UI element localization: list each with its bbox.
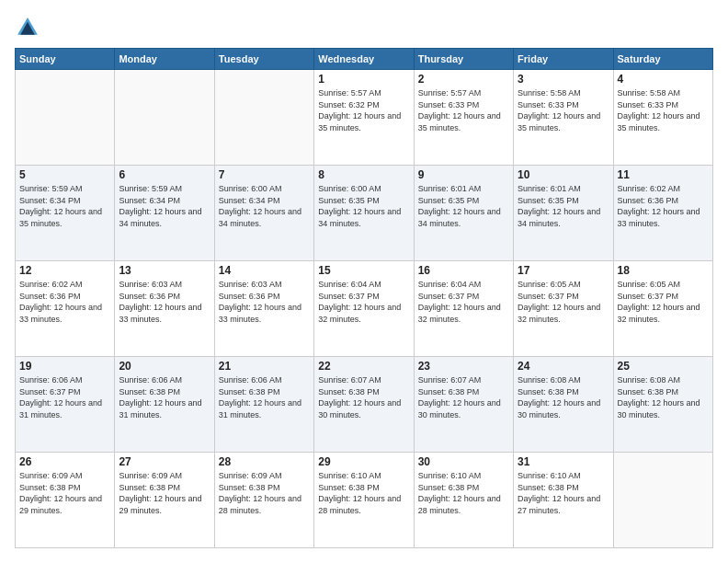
calendar-cell: 9Sunrise: 6:01 AM Sunset: 6:35 PM Daylig… <box>414 166 513 261</box>
calendar-cell: 27Sunrise: 6:09 AM Sunset: 6:38 PM Dayli… <box>115 453 214 548</box>
day-number: 24 <box>518 360 609 373</box>
calendar-cell <box>115 70 214 166</box>
day-number: 28 <box>219 455 310 468</box>
day-number: 9 <box>418 168 509 181</box>
day-number: 30 <box>418 455 509 468</box>
day-number: 18 <box>618 264 709 277</box>
day-info: Sunrise: 6:09 AM Sunset: 6:38 PM Dayligh… <box>119 470 210 516</box>
day-info: Sunrise: 5:59 AM Sunset: 6:34 PM Dayligh… <box>119 183 210 229</box>
calendar-cell: 26Sunrise: 6:09 AM Sunset: 6:38 PM Dayli… <box>16 453 115 548</box>
day-info: Sunrise: 6:10 AM Sunset: 6:38 PM Dayligh… <box>518 470 609 516</box>
day-number: 23 <box>418 360 509 373</box>
day-number: 1 <box>318 73 409 86</box>
day-info: Sunrise: 5:58 AM Sunset: 6:33 PM Dayligh… <box>618 87 709 133</box>
weekday-header-saturday: Saturday <box>613 49 712 70</box>
calendar-cell: 31Sunrise: 6:10 AM Sunset: 6:38 PM Dayli… <box>514 453 613 548</box>
calendar-cell <box>214 70 313 166</box>
header <box>15 15 713 40</box>
day-number: 8 <box>318 168 409 181</box>
day-info: Sunrise: 5:58 AM Sunset: 6:33 PM Dayligh… <box>518 87 609 133</box>
page: SundayMondayTuesdayWednesdayThursdayFrid… <box>0 0 728 563</box>
day-number: 15 <box>318 264 409 277</box>
calendar-cell: 3Sunrise: 5:58 AM Sunset: 6:33 PM Daylig… <box>514 70 613 166</box>
day-info: Sunrise: 6:03 AM Sunset: 6:36 PM Dayligh… <box>219 279 310 325</box>
day-number: 6 <box>119 168 210 181</box>
day-info: Sunrise: 6:10 AM Sunset: 6:38 PM Dayligh… <box>418 470 509 516</box>
day-number: 4 <box>618 73 709 86</box>
day-number: 21 <box>219 360 310 373</box>
calendar-cell: 16Sunrise: 6:04 AM Sunset: 6:37 PM Dayli… <box>414 261 513 357</box>
calendar-cell: 24Sunrise: 6:08 AM Sunset: 6:38 PM Dayli… <box>514 357 613 453</box>
calendar-cell <box>613 453 712 548</box>
day-info: Sunrise: 6:04 AM Sunset: 6:37 PM Dayligh… <box>318 279 409 325</box>
calendar-cell <box>16 70 115 166</box>
weekday-header-thursday: Thursday <box>414 49 513 70</box>
day-info: Sunrise: 6:10 AM Sunset: 6:38 PM Dayligh… <box>318 470 409 516</box>
day-info: Sunrise: 6:05 AM Sunset: 6:37 PM Dayligh… <box>618 279 709 325</box>
calendar-cell: 12Sunrise: 6:02 AM Sunset: 6:36 PM Dayli… <box>16 261 115 357</box>
weekday-header-tuesday: Tuesday <box>214 49 313 70</box>
day-info: Sunrise: 6:01 AM Sunset: 6:35 PM Dayligh… <box>418 183 509 229</box>
day-info: Sunrise: 6:08 AM Sunset: 6:38 PM Dayligh… <box>618 374 709 420</box>
day-info: Sunrise: 6:01 AM Sunset: 6:35 PM Dayligh… <box>518 183 609 229</box>
calendar-cell: 10Sunrise: 6:01 AM Sunset: 6:35 PM Dayli… <box>514 166 613 261</box>
weekday-header-sunday: Sunday <box>16 49 115 70</box>
day-number: 25 <box>618 360 709 373</box>
calendar-cell: 6Sunrise: 5:59 AM Sunset: 6:34 PM Daylig… <box>115 166 214 261</box>
calendar-cell: 11Sunrise: 6:02 AM Sunset: 6:36 PM Dayli… <box>613 166 712 261</box>
week-row-1: 1Sunrise: 5:57 AM Sunset: 6:32 PM Daylig… <box>16 70 713 166</box>
day-info: Sunrise: 6:02 AM Sunset: 6:36 PM Dayligh… <box>19 279 110 325</box>
day-info: Sunrise: 5:59 AM Sunset: 6:34 PM Dayligh… <box>19 183 110 229</box>
day-number: 2 <box>418 73 509 86</box>
day-number: 14 <box>219 264 310 277</box>
calendar-cell: 29Sunrise: 6:10 AM Sunset: 6:38 PM Dayli… <box>314 453 414 548</box>
day-number: 22 <box>318 360 409 373</box>
calendar-cell: 5Sunrise: 5:59 AM Sunset: 6:34 PM Daylig… <box>16 166 115 261</box>
day-info: Sunrise: 6:04 AM Sunset: 6:37 PM Dayligh… <box>418 279 509 325</box>
day-number: 5 <box>19 168 110 181</box>
weekday-header-monday: Monday <box>115 49 214 70</box>
calendar-cell: 4Sunrise: 5:58 AM Sunset: 6:33 PM Daylig… <box>613 70 712 166</box>
day-info: Sunrise: 5:57 AM Sunset: 6:32 PM Dayligh… <box>318 87 409 133</box>
day-info: Sunrise: 5:57 AM Sunset: 6:33 PM Dayligh… <box>418 87 509 133</box>
calendar-cell: 19Sunrise: 6:06 AM Sunset: 6:37 PM Dayli… <box>16 357 115 453</box>
logo-icon <box>15 15 40 40</box>
calendar-cell: 8Sunrise: 6:00 AM Sunset: 6:35 PM Daylig… <box>314 166 414 261</box>
day-info: Sunrise: 6:05 AM Sunset: 6:37 PM Dayligh… <box>518 279 609 325</box>
day-number: 13 <box>119 264 210 277</box>
day-number: 7 <box>219 168 310 181</box>
week-row-2: 5Sunrise: 5:59 AM Sunset: 6:34 PM Daylig… <box>16 166 713 261</box>
day-info: Sunrise: 6:09 AM Sunset: 6:38 PM Dayligh… <box>19 470 110 516</box>
day-info: Sunrise: 6:06 AM Sunset: 6:38 PM Dayligh… <box>119 374 210 420</box>
calendar-cell: 30Sunrise: 6:10 AM Sunset: 6:38 PM Dayli… <box>414 453 513 548</box>
logo <box>15 15 44 40</box>
day-number: 11 <box>618 168 709 181</box>
calendar-cell: 20Sunrise: 6:06 AM Sunset: 6:38 PM Dayli… <box>115 357 214 453</box>
calendar-cell: 13Sunrise: 6:03 AM Sunset: 6:36 PM Dayli… <box>115 261 214 357</box>
day-number: 19 <box>19 360 110 373</box>
week-row-3: 12Sunrise: 6:02 AM Sunset: 6:36 PM Dayli… <box>16 261 713 357</box>
calendar: SundayMondayTuesdayWednesdayThursdayFrid… <box>15 48 713 548</box>
day-number: 20 <box>119 360 210 373</box>
weekday-header-row: SundayMondayTuesdayWednesdayThursdayFrid… <box>16 49 713 70</box>
day-info: Sunrise: 6:09 AM Sunset: 6:38 PM Dayligh… <box>219 470 310 516</box>
day-number: 29 <box>318 455 409 468</box>
calendar-cell: 25Sunrise: 6:08 AM Sunset: 6:38 PM Dayli… <box>613 357 712 453</box>
calendar-cell: 2Sunrise: 5:57 AM Sunset: 6:33 PM Daylig… <box>414 70 513 166</box>
weekday-header-friday: Friday <box>514 49 613 70</box>
calendar-cell: 21Sunrise: 6:06 AM Sunset: 6:38 PM Dayli… <box>214 357 313 453</box>
calendar-cell: 17Sunrise: 6:05 AM Sunset: 6:37 PM Dayli… <box>514 261 613 357</box>
calendar-cell: 23Sunrise: 6:07 AM Sunset: 6:38 PM Dayli… <box>414 357 513 453</box>
day-number: 3 <box>518 73 609 86</box>
calendar-cell: 18Sunrise: 6:05 AM Sunset: 6:37 PM Dayli… <box>613 261 712 357</box>
calendar-cell: 15Sunrise: 6:04 AM Sunset: 6:37 PM Dayli… <box>314 261 414 357</box>
day-info: Sunrise: 6:08 AM Sunset: 6:38 PM Dayligh… <box>518 374 609 420</box>
day-info: Sunrise: 6:06 AM Sunset: 6:38 PM Dayligh… <box>219 374 310 420</box>
day-number: 17 <box>518 264 609 277</box>
day-info: Sunrise: 6:00 AM Sunset: 6:35 PM Dayligh… <box>318 183 409 229</box>
day-number: 27 <box>119 455 210 468</box>
week-row-4: 19Sunrise: 6:06 AM Sunset: 6:37 PM Dayli… <box>16 357 713 453</box>
day-info: Sunrise: 6:03 AM Sunset: 6:36 PM Dayligh… <box>119 279 210 325</box>
day-info: Sunrise: 6:02 AM Sunset: 6:36 PM Dayligh… <box>618 183 709 229</box>
day-number: 31 <box>518 455 609 468</box>
